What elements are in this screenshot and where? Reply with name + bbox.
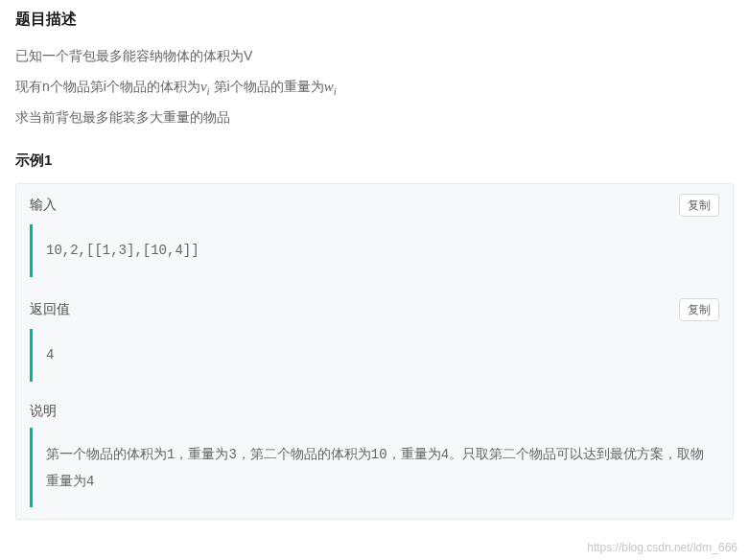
example-title: 示例1 — [15, 152, 734, 170]
explain-content: 第一个物品的体积为1，重量为3，第二个物品的体积为10，重量为4。只取第二个物品… — [30, 428, 719, 507]
output-label: 返回值 — [30, 301, 70, 318]
output-header: 返回值 复制 — [16, 289, 733, 329]
math-w-i: wi — [324, 79, 337, 94]
copy-button-output[interactable]: 复制 — [679, 298, 719, 321]
problem-title: 题目描述 — [15, 10, 734, 30]
problem-content: 题目描述 已知一个背包最多能容纳物体的体积为V 现有n个物品第i个物品的体积为v… — [0, 0, 749, 520]
problem-description: 已知一个背包最多能容纳物体的体积为V 现有n个物品第i个物品的体积为vi 第i个… — [15, 43, 734, 130]
explain-label: 说明 — [30, 403, 57, 420]
desc-line-2: 现有n个物品第i个物品的体积为vi 第i个物品的重量为wi — [15, 73, 734, 102]
input-content: 10,2,[[1,3],[10,4]] — [30, 224, 719, 277]
example-block: 输入 复制 10,2,[[1,3],[10,4]] 返回值 复制 4 说明 第一… — [15, 183, 734, 520]
input-label: 输入 — [30, 197, 57, 214]
desc-line-3: 求当前背包最多能装多大重量的物品 — [15, 105, 734, 130]
watermark-text: https://blog.csdn.net/ldm_666 — [587, 541, 737, 554]
explain-header: 说明 — [16, 393, 733, 428]
output-content: 4 — [30, 329, 719, 382]
input-header: 输入 复制 — [16, 184, 733, 224]
copy-button-input[interactable]: 复制 — [679, 194, 719, 217]
desc-line-1: 已知一个背包最多能容纳物体的体积为V — [15, 43, 734, 69]
math-v-i: vi — [200, 79, 210, 94]
